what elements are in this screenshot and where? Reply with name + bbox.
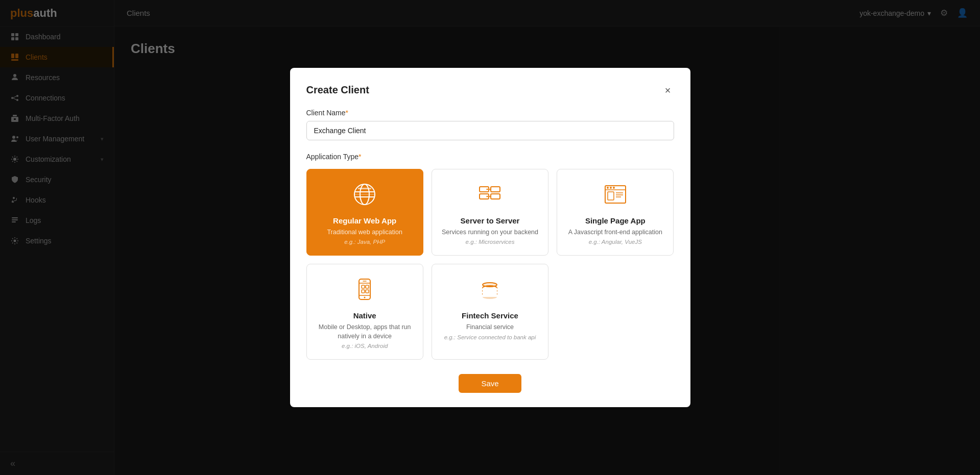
server-to-server-title: Server to Server: [461, 216, 520, 225]
regular-web-app-desc: Traditional web application: [327, 228, 402, 237]
fintech-service-desc: Financial service: [466, 323, 514, 332]
regular-web-app-title: Regular Web App: [333, 216, 396, 225]
app-card-fintech-service[interactable]: Fintech Service Financial service e.g.: …: [432, 264, 548, 360]
svg-rect-61: [483, 288, 497, 291]
app-type-required: *: [358, 153, 361, 161]
app-card-empty: [557, 264, 674, 360]
svg-rect-57: [483, 294, 497, 297]
svg-point-43: [607, 187, 609, 189]
svg-rect-49: [362, 285, 365, 288]
svg-point-45: [613, 187, 615, 189]
modal-overlay: Create Client × Client Name* Application…: [0, 0, 980, 475]
svg-point-53: [364, 297, 366, 298]
native-title: Native: [353, 311, 376, 320]
native-icon: [352, 277, 377, 305]
svg-rect-50: [366, 285, 369, 288]
svg-rect-46: [359, 279, 370, 299]
client-name-required: *: [346, 109, 348, 117]
app-card-single-page-app[interactable]: Single Page App A Javascript front-end a…: [557, 169, 674, 256]
regular-web-app-icon: [352, 182, 377, 210]
svg-rect-32: [491, 194, 500, 199]
regular-web-app-example: e.g.: Java, PHP: [344, 239, 385, 245]
save-button[interactable]: Save: [459, 374, 521, 393]
create-client-modal: Create Client × Client Name* Application…: [290, 68, 690, 408]
modal-footer: Save: [306, 374, 674, 393]
single-page-app-desc: A Javascript front-end application: [568, 228, 662, 237]
client-name-label: Client Name*: [306, 109, 674, 117]
svg-rect-28: [358, 188, 371, 189]
single-page-app-example: e.g.: Angular, VueJS: [589, 239, 642, 245]
modal-close-button[interactable]: ×: [662, 84, 674, 96]
svg-point-34: [487, 195, 488, 197]
server-to-server-desc: Services running on your backend: [442, 228, 538, 237]
svg-point-44: [610, 187, 612, 189]
app-card-native[interactable]: Native Mobile or Desktop, apps that run …: [306, 264, 423, 360]
fintech-service-title: Fintech Service: [462, 311, 518, 320]
svg-rect-51: [362, 290, 365, 293]
fintech-service-icon: [477, 277, 503, 305]
svg-rect-59: [483, 291, 497, 294]
app-type-grid-row2: Native Mobile or Desktop, apps that run …: [306, 264, 674, 360]
native-desc: Mobile or Desktop, apps that run nativel…: [315, 323, 415, 341]
modal-header: Create Client ×: [306, 84, 674, 96]
svg-rect-31: [491, 187, 500, 192]
app-card-regular-web-app[interactable]: Regular Web App Traditional web applicat…: [306, 169, 423, 256]
app-type-grid-row1: Regular Web App Traditional web applicat…: [306, 169, 674, 256]
single-page-app-title: Single Page App: [585, 216, 646, 225]
single-page-app-icon: [603, 182, 628, 210]
fintech-service-example: e.g.: Service connected to bank api: [444, 334, 536, 340]
app-card-server-to-server[interactable]: Server to Server Services running on you…: [432, 169, 548, 256]
client-name-input[interactable]: [306, 121, 674, 140]
svg-point-62: [483, 283, 497, 287]
native-example: e.g.: iOS, Android: [342, 343, 388, 349]
svg-rect-52: [366, 290, 369, 293]
server-to-server-icon: [477, 182, 503, 210]
svg-rect-39: [608, 192, 614, 200]
app-type-label: Application Type*: [306, 153, 674, 161]
svg-point-33: [487, 188, 488, 190]
modal-title: Create Client: [306, 84, 369, 96]
server-to-server-example: e.g.: Microservices: [466, 239, 515, 245]
